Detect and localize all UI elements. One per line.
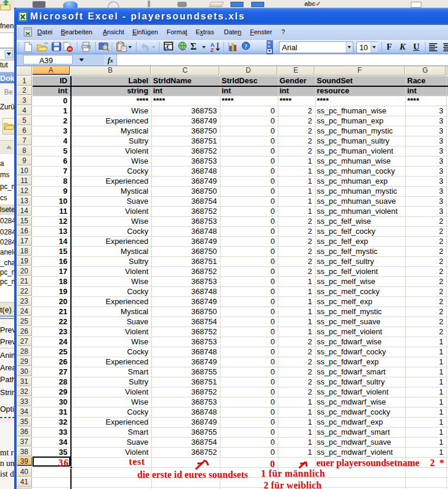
svg-text:Z: Z (210, 47, 214, 53)
svg-text:?: ? (244, 43, 247, 50)
svg-text:€: € (167, 44, 170, 50)
